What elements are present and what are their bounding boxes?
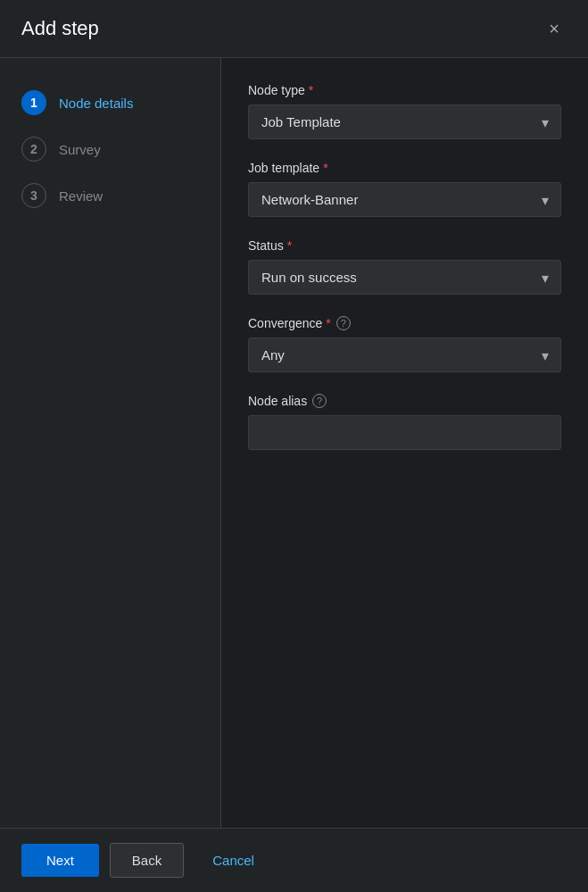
back-button[interactable]: Back <box>110 843 184 878</box>
node-alias-label: Node alias ? <box>248 394 561 408</box>
close-button[interactable]: × <box>542 16 567 41</box>
step-number-3: 3 <box>21 183 46 208</box>
status-group: Status * Run on success Run on failure R… <box>248 238 561 295</box>
convergence-group: Convergence * ? Any All ▾ <box>248 316 561 372</box>
node-type-group: Node type * Job Template Approval Projec… <box>248 83 561 139</box>
modal-header: Add step × <box>0 0 588 58</box>
form-content: Node type * Job Template Approval Projec… <box>221 58 588 828</box>
status-select-wrapper: Run on success Run on failure Run on alw… <box>248 260 561 295</box>
job-template-required: * <box>323 161 327 175</box>
convergence-label: Convergence * ? <box>248 316 561 330</box>
sidebar-item-node-details: Node details <box>59 96 133 111</box>
job-template-select[interactable]: Network-Banner <box>248 182 561 217</box>
modal-title: Add step <box>21 17 99 40</box>
sidebar-step-2[interactable]: 2 Survey <box>0 126 220 172</box>
job-template-select-wrapper: Network-Banner ▾ <box>248 182 561 217</box>
status-required: * <box>287 238 292 253</box>
job-template-group: Job template * Network-Banner ▾ <box>248 161 561 217</box>
convergence-help-icon[interactable]: ? <box>336 316 351 330</box>
next-button[interactable]: Next <box>21 844 99 877</box>
node-type-label: Node type * <box>248 83 561 97</box>
convergence-select[interactable]: Any All <box>248 338 561 372</box>
node-alias-input[interactable] <box>248 415 561 450</box>
status-select[interactable]: Run on success Run on failure Run on alw… <box>248 260 561 295</box>
job-template-label: Job template * <box>248 161 561 175</box>
sidebar-item-survey: Survey <box>59 142 101 157</box>
step-number-1: 1 <box>21 90 46 115</box>
modal-body: 1 Node details 2 Survey 3 Review <box>0 58 588 828</box>
convergence-required: * <box>326 316 330 330</box>
node-alias-help-icon[interactable]: ? <box>312 394 327 408</box>
node-type-select[interactable]: Job Template Approval Project Sync Inven… <box>248 104 561 139</box>
node-type-select-wrapper: Job Template Approval Project Sync Inven… <box>248 104 561 139</box>
step-number-2: 2 <box>21 137 46 162</box>
sidebar: 1 Node details 2 Survey 3 Review <box>0 58 221 828</box>
convergence-select-wrapper: Any All ▾ <box>248 338 561 372</box>
node-alias-group: Node alias ? <box>248 394 561 450</box>
status-label: Status * <box>248 238 561 253</box>
cancel-button[interactable]: Cancel <box>198 844 269 877</box>
modal-footer: Next Back Cancel <box>0 828 588 892</box>
add-step-modal: Add step × 1 Node details 2 Survey 3 <box>0 0 588 892</box>
sidebar-step-3[interactable]: 3 Review <box>0 172 220 219</box>
sidebar-step-1[interactable]: 1 Node details <box>0 79 220 126</box>
node-type-required: * <box>309 83 313 97</box>
sidebar-item-review: Review <box>59 188 103 204</box>
